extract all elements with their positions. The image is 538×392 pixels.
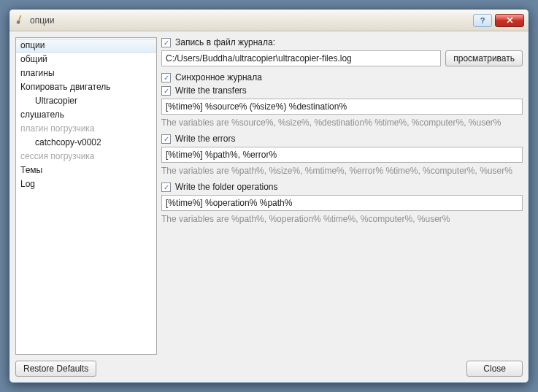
write-folder-label: Write the folder operations: [175, 182, 278, 192]
log-path-row: просматривать: [161, 50, 523, 66]
write-log-label: Запись в файл журнала:: [175, 37, 275, 47]
sidebar-item-listener[interactable]: слушатель: [16, 108, 156, 122]
svg-rect-1: [16, 20, 20, 23]
sidebar-item-log[interactable]: Log: [16, 177, 156, 191]
sidebar-item-catchcopy[interactable]: catchcopy-v0002: [16, 136, 156, 150]
write-errors-checkbox[interactable]: [161, 134, 171, 144]
sidebar-item-general[interactable]: общий: [16, 53, 156, 66]
errors-format-input[interactable]: [161, 147, 523, 163]
content-panel: Запись в файл журнала: просматривать Син…: [161, 37, 523, 355]
browse-button[interactable]: просматривать: [445, 50, 523, 66]
close-window-button[interactable]: [495, 14, 524, 27]
sync-label: Синхронное журнала: [175, 72, 262, 82]
sidebar-item-options[interactable]: опции: [16, 39, 156, 53]
sidebar-item-themes[interactable]: Темы: [16, 164, 156, 177]
help-button[interactable]: ?: [473, 14, 492, 27]
write-errors-label: Write the errors: [175, 134, 235, 144]
sidebar-item-ultracopier[interactable]: Ultracopier: [16, 94, 156, 108]
options-window: опции ? опции общий плагины Копировать д…: [9, 9, 529, 383]
folder-format-input[interactable]: [161, 195, 523, 211]
app-icon: [14, 15, 26, 26]
sidebar-item-sessionloader: сессия погрузчика: [16, 150, 156, 164]
write-transfers-row: Write the transfers: [161, 85, 523, 96]
sidebar-item-plugins[interactable]: плагины: [16, 66, 156, 80]
write-transfers-label: Write the transfers: [175, 85, 247, 96]
write-folder-checkbox[interactable]: [161, 182, 171, 192]
close-button[interactable]: Close: [466, 361, 523, 377]
transfers-format-input[interactable]: [161, 99, 523, 115]
errors-hint: The variables are %path%, %size%, %mtime…: [161, 166, 523, 176]
body: опции общий плагины Копировать двигатель…: [9, 31, 529, 361]
sidebar-item-copyengine[interactable]: Копировать двигатель: [16, 80, 156, 94]
folder-hint: The variables are %path%, %operation% %t…: [161, 214, 523, 224]
window-buttons: ?: [473, 14, 524, 27]
sync-checkbox[interactable]: [161, 73, 171, 82]
transfers-hint: The variables are %source%, %size%, %des…: [161, 118, 523, 128]
footer: Restore Defaults Close: [9, 361, 529, 383]
titlebar: опции ?: [9, 9, 529, 31]
write-transfers-checkbox[interactable]: [161, 86, 171, 96]
sync-row: Синхронное журнала: [161, 72, 523, 82]
window-title: опции: [30, 15, 473, 26]
write-errors-row: Write the errors: [161, 134, 523, 144]
write-folder-row: Write the folder operations: [161, 182, 523, 192]
restore-defaults-button[interactable]: Restore Defaults: [15, 361, 96, 377]
log-path-input[interactable]: [161, 50, 441, 66]
sidebar-item-pluginloader: плагин погрузчика: [16, 122, 156, 136]
write-log-checkbox[interactable]: [161, 38, 171, 47]
write-log-row: Запись в файл журнала:: [161, 37, 523, 47]
sidebar[interactable]: опции общий плагины Копировать двигатель…: [15, 37, 157, 355]
